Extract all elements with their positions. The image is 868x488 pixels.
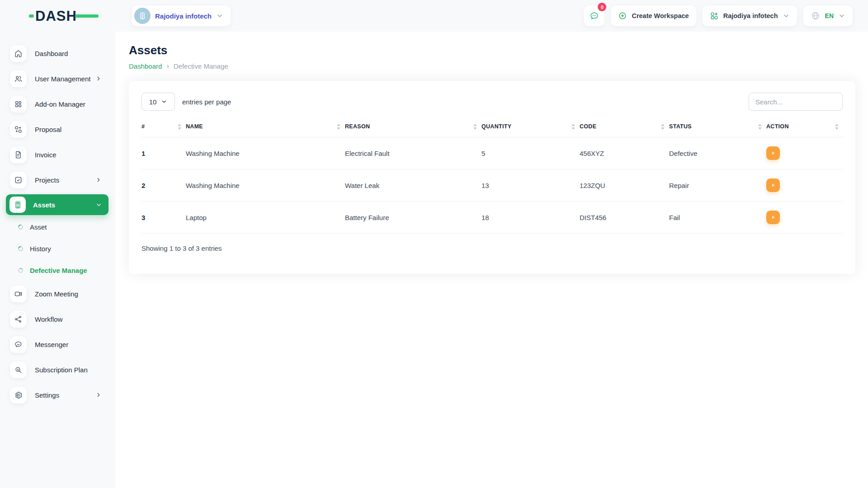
create-workspace-label: Create Workspace (632, 12, 689, 19)
caret-right-icon (769, 182, 777, 189)
check-square-icon (10, 172, 27, 188)
entries-per-page-select[interactable]: 10 (142, 93, 175, 111)
cell-code: 456XYZ (580, 137, 669, 169)
sidebar-item-projects[interactable]: Projects (0, 167, 115, 192)
row-action-button[interactable] (766, 146, 780, 160)
logo-text: DASH (35, 9, 77, 23)
sort-icon (473, 124, 477, 130)
chat-bubble-icon (10, 336, 27, 353)
table-row: 2 Washing Machine Water Leak 13 123ZQU R… (142, 169, 843, 202)
cell-quantity: 5 (481, 137, 580, 169)
notification-badge: 0 (598, 3, 606, 11)
grid-icon (10, 96, 27, 113)
svg-text:$: $ (17, 368, 19, 371)
sidebar-subitem-asset[interactable]: Asset (0, 216, 115, 238)
workspace-name: Rajodiya infotech (155, 12, 212, 20)
cell-index: 1 (142, 137, 186, 169)
sidebar-item-zoom-meeting[interactable]: Zoom Meeting (0, 281, 115, 306)
breadcrumb-dashboard-link[interactable]: Dashboard (129, 62, 162, 70)
row-action-button[interactable] (766, 178, 780, 192)
sort-icon (571, 124, 575, 130)
page-title: Assets (129, 43, 855, 57)
workspace-dropdown[interactable]: Rajodiya infotech (703, 5, 797, 26)
sort-icon (835, 124, 839, 130)
workspace-grid-plus-icon (710, 11, 719, 20)
defective-assets-table: # NAME REASON QUANTITY CODE STATUS ACTIO… (142, 123, 843, 234)
search-dollar-icon: $ (10, 361, 27, 378)
cell-status: Fail (669, 202, 766, 234)
table-toolbar: 10 entries per page (142, 93, 843, 111)
sidebar-item-subscription-plan[interactable]: $ Subscription Plan (0, 357, 115, 382)
create-workspace-button[interactable]: Create Workspace (611, 5, 696, 26)
column-header-index[interactable]: # (142, 123, 186, 137)
table-header-row: # NAME REASON QUANTITY CODE STATUS ACTIO… (142, 123, 843, 137)
sidebar-item-messenger[interactable]: Messenger (0, 332, 115, 357)
workspace-avatar (134, 8, 151, 24)
sidebar-item-settings[interactable]: Settings (0, 382, 115, 408)
table-entries-summary: Showing 1 to 3 of 3 entries (142, 244, 843, 252)
sort-icon (178, 124, 181, 130)
chevron-right-icon: › (166, 62, 169, 70)
bullet-icon (17, 267, 24, 273)
video-camera-icon (10, 286, 27, 302)
sidebar-item-addon-manager[interactable]: Add-on Manager (0, 91, 115, 117)
column-header-status[interactable]: STATUS (669, 123, 766, 137)
sidebar-item-workflow[interactable]: Workflow (0, 306, 115, 332)
cell-index: 2 (142, 169, 186, 202)
chevron-right-icon (95, 392, 102, 398)
swap-icon (10, 121, 27, 138)
workspace-dropdown-label: Rajodiya infotech (723, 12, 778, 19)
cell-reason: Battery Failure (345, 202, 481, 234)
entries-per-page-label: entries per page (182, 98, 231, 106)
chevron-down-icon (216, 12, 223, 19)
topbar-actions: 0 Create Workspace Rajodiya infotech (584, 5, 853, 26)
notifications-button[interactable]: 0 (584, 5, 604, 26)
sidebar-item-assets[interactable]: Assets (6, 194, 108, 215)
chevron-down-icon (161, 99, 167, 105)
sidebar-item-invoice[interactable]: Invoice (0, 142, 115, 167)
column-header-name[interactable]: NAME (186, 123, 345, 137)
breadcrumb-current: Defective Manage (174, 62, 228, 70)
invoice-icon (10, 146, 27, 163)
caret-right-icon (769, 150, 777, 157)
column-header-code[interactable]: CODE (580, 123, 669, 137)
caret-right-icon (769, 214, 777, 221)
assets-card: 10 entries per page # NAME REASON Q (129, 81, 855, 274)
sidebar-subitem-history[interactable]: History (0, 238, 115, 259)
cell-reason: Electrical Fault (345, 137, 481, 169)
column-header-quantity[interactable]: QUANTITY (481, 123, 580, 137)
chevron-right-icon (95, 177, 102, 183)
cell-quantity: 18 (481, 202, 580, 234)
sidebar: Dashboard User Management Add-on Manager (0, 32, 115, 488)
sidebar-item-dashboard[interactable]: Dashboard (0, 41, 115, 66)
cell-status: Defective (669, 137, 766, 169)
cell-name: Washing Machine (186, 137, 345, 169)
app-logo[interactable]: DASH (29, 9, 99, 23)
sort-icon (758, 124, 762, 130)
chevron-right-icon (95, 75, 102, 82)
bullet-icon (17, 245, 24, 252)
chevron-down-icon (95, 202, 102, 208)
plus-circle-icon (618, 11, 627, 20)
cell-quantity: 13 (481, 169, 580, 202)
entries-per-page-value: 10 (149, 98, 157, 106)
sidebar-item-proposal[interactable]: Proposal (0, 117, 115, 142)
sidebar-item-user-management[interactable]: User Management (0, 66, 115, 91)
workspace-switcher-pill[interactable]: Rajodiya infotech (132, 5, 231, 26)
sidebar-subitem-defective-manage[interactable]: Defective Manage (0, 259, 115, 281)
chevron-down-icon (783, 12, 790, 19)
message-bubble-icon (589, 11, 599, 21)
table-row: 1 Washing Machine Electrical Fault 5 456… (142, 137, 843, 169)
column-header-action[interactable]: ACTION (766, 123, 843, 137)
search-input[interactable] (749, 93, 843, 111)
cell-status: Repair (669, 169, 766, 202)
row-action-button[interactable] (766, 211, 780, 224)
users-icon (10, 70, 27, 87)
cell-name: Laptop (186, 202, 345, 234)
language-selector[interactable]: EN (803, 5, 853, 26)
logo-accent-dash (75, 14, 99, 18)
column-header-reason[interactable]: REASON (345, 123, 481, 137)
cell-code: DIST456 (580, 202, 669, 234)
topbar: DASH Rajodiya infotech 0 (0, 0, 868, 32)
logo-accent-dot (29, 14, 34, 18)
